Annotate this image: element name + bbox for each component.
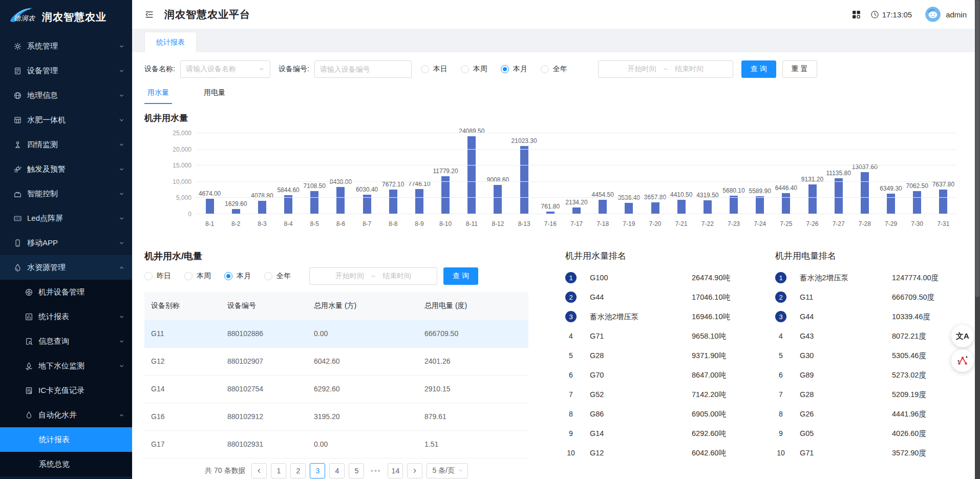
pagination-total: 共 70 条数据 xyxy=(205,466,245,475)
tab-statistics-report[interactable]: 统计报表 xyxy=(144,32,197,52)
main-area: 润农智慧农业平台 17:13:05 xyxy=(132,0,980,479)
bar[interactable] xyxy=(808,184,817,214)
table-row[interactable]: G168801029123195.20879.61 xyxy=(144,403,528,430)
sidebar-item-16[interactable]: 统计报表 xyxy=(0,427,132,452)
table-row[interactable]: G178801029310.001.51 xyxy=(144,430,528,458)
page-button-5[interactable]: 5 xyxy=(349,463,364,478)
radio-全年[interactable]: 全年 xyxy=(541,65,567,74)
top-filter-bar: 设备名称: 请输入设备名称 设备编号: 本日本周本月全年 开始时间 ~ 结束时间… xyxy=(144,60,968,78)
sidebar-item-2[interactable]: 地理信息 xyxy=(0,83,132,108)
query-button[interactable]: 查 询 xyxy=(741,60,776,78)
sidebar-item-6[interactable]: 智能控制 xyxy=(0,181,132,206)
table-row[interactable]: G118801028860.00666709.50 xyxy=(144,320,528,347)
table-row[interactable]: G148801027546292.602910.15 xyxy=(144,375,528,403)
radio-本周[interactable]: 本周 xyxy=(461,65,487,74)
bar[interactable] xyxy=(756,196,764,214)
table-date-range-picker[interactable]: 开始时间 ~ 结束时间 xyxy=(309,267,437,285)
table-filter-bar: 昨日本周本月全年 开始时间 ~ 结束时间 查 询 xyxy=(144,267,528,285)
ranking-title: 机井用电量排名 xyxy=(775,250,966,262)
collapse-sidebar-icon[interactable] xyxy=(144,10,154,19)
sidebar-item-0[interactable]: 系统管理 xyxy=(0,34,132,58)
rank-device-name: G43 xyxy=(800,332,892,340)
sidebar-item-17[interactable]: 系统总览 xyxy=(0,452,132,476)
bar[interactable] xyxy=(887,194,895,214)
radio-本周[interactable]: 本周 xyxy=(184,272,211,281)
date-range-picker[interactable]: 开始时间 ~ 结束时间 xyxy=(598,60,733,78)
radio-本日[interactable]: 本日 xyxy=(421,65,448,74)
radio-本月[interactable]: 本月 xyxy=(224,272,251,281)
bar[interactable] xyxy=(704,200,712,214)
radio-本月[interactable]: 本月 xyxy=(501,65,527,74)
bar[interactable] xyxy=(284,195,292,214)
bar-group-8-7: 6030.408-7 xyxy=(354,133,380,214)
page-scrollbar[interactable] xyxy=(975,0,980,479)
sidebar-item-3[interactable]: 水肥一体机 xyxy=(0,108,132,132)
page-ellipsis[interactable]: ••• xyxy=(368,463,384,478)
prev-page-button[interactable] xyxy=(251,463,267,478)
bar[interactable] xyxy=(939,190,947,214)
top-header: 润农智慧农业平台 17:13:05 xyxy=(132,0,980,29)
sidebar-item-label: IC卡充值记录 xyxy=(38,386,84,395)
bar[interactable] xyxy=(520,146,528,214)
device-name-select[interactable]: 请输入设备名称 xyxy=(180,60,270,78)
sidebar-item-11[interactable]: 统计报表 xyxy=(0,304,132,329)
power-ranking-panel: 机井用电量排名1蓄水池2增压泵1247774.00度2G11666709.50度… xyxy=(775,250,966,478)
bar[interactable] xyxy=(782,193,790,214)
bar[interactable] xyxy=(389,190,397,214)
scrollbar-thumb[interactable] xyxy=(975,0,979,297)
table-query-button[interactable]: 查 询 xyxy=(443,267,478,285)
sidebar-item-1[interactable]: 设备管理 xyxy=(0,58,132,83)
bar[interactable] xyxy=(835,178,843,214)
table-cell: 6042.60 xyxy=(307,347,418,375)
rank-device-value: 9658.10吨 xyxy=(692,331,726,341)
page-button-4[interactable]: 4 xyxy=(329,463,345,478)
bar[interactable] xyxy=(599,200,607,214)
bar[interactable] xyxy=(415,189,423,214)
bar[interactable] xyxy=(677,200,686,214)
bar[interactable] xyxy=(258,201,266,214)
reset-button[interactable]: 重 置 xyxy=(782,60,817,78)
bar[interactable] xyxy=(572,207,581,214)
radio-全年[interactable]: 全年 xyxy=(264,272,291,281)
rank-device-value: 5209.19度 xyxy=(892,390,926,400)
bar[interactable] xyxy=(310,191,318,214)
next-page-button[interactable] xyxy=(407,463,422,478)
translate-button[interactable]: 文A xyxy=(951,325,974,347)
bar[interactable] xyxy=(651,202,659,214)
radio-昨日[interactable]: 昨日 xyxy=(144,272,171,281)
device-no-input[interactable] xyxy=(314,60,412,78)
avatar[interactable] xyxy=(925,7,941,22)
network-graph-button[interactable] xyxy=(951,349,974,372)
sidebar-item-4[interactable]: 四情监测 xyxy=(0,132,132,157)
bar[interactable] xyxy=(206,199,214,214)
subtab-0[interactable]: 用水量 xyxy=(144,86,172,104)
bar[interactable] xyxy=(494,185,502,214)
page-button-2[interactable]: 2 xyxy=(290,463,306,478)
page-button-1[interactable]: 1 xyxy=(271,463,286,478)
bar[interactable] xyxy=(913,191,921,214)
sidebar-item-9[interactable]: 水资源管理 xyxy=(0,255,132,280)
radio-label: 昨日 xyxy=(157,272,171,281)
sidebar-item-7[interactable]: Led点阵屏 xyxy=(0,206,132,231)
username[interactable]: admin xyxy=(946,10,967,19)
x-axis-tick: 7-25 xyxy=(780,220,792,227)
bar[interactable] xyxy=(730,196,738,214)
bar[interactable] xyxy=(336,187,345,214)
sidebar-item-13[interactable]: 地下水位监测 xyxy=(0,353,132,378)
sidebar-item-5[interactable]: 触发及预警 xyxy=(0,157,132,181)
sidebar-item-10[interactable]: 机井设备管理 xyxy=(0,280,132,304)
apps-grid-icon[interactable] xyxy=(851,10,861,19)
sidebar-item-14[interactable]: IC卡充值记录 xyxy=(0,378,132,403)
bar[interactable] xyxy=(861,172,869,214)
bar[interactable] xyxy=(625,203,633,214)
bar[interactable] xyxy=(467,136,476,214)
table-row[interactable]: G128801029076042.602401.26 xyxy=(144,347,528,375)
page-button-3[interactable]: 3 xyxy=(310,463,325,478)
page-size-select[interactable]: 5 条/页 xyxy=(427,463,468,478)
sidebar-item-12[interactable]: 信息查询 xyxy=(0,329,132,353)
sidebar-item-15[interactable]: 自动化水井 xyxy=(0,403,132,427)
sidebar-item-8[interactable]: 移动APP xyxy=(0,231,132,255)
x-axis-tick: 7-28 xyxy=(859,220,871,227)
subtab-1[interactable]: 用电量 xyxy=(201,86,228,104)
page-button-14[interactable]: 14 xyxy=(388,463,403,478)
